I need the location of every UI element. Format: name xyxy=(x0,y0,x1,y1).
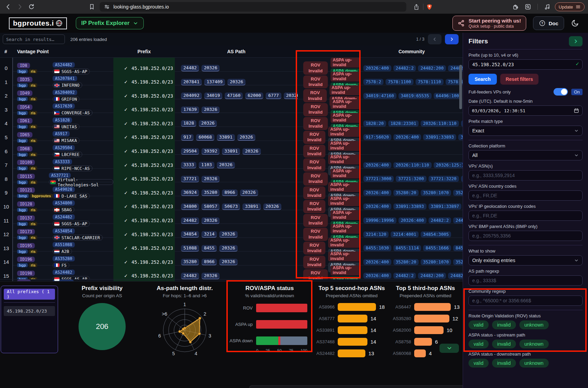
table-row[interactable]: 6 ID68 bgpris AS29504 LBCFREE ✓45.198.25… xyxy=(0,141,463,155)
platform-select[interactable]: All xyxy=(468,150,583,160)
update-button[interactable]: Update xyxy=(555,2,585,11)
as-path-hop[interactable]: 20326 xyxy=(201,106,220,113)
back-icon[interactable] xyxy=(3,2,13,12)
as-path-hop[interactable]: 8966 xyxy=(222,189,237,196)
as-path-hop[interactable]: 29504 xyxy=(181,148,199,155)
as-path-hop[interactable]: 1103 xyxy=(199,162,214,168)
as-path-hop[interactable]: 17639 xyxy=(181,106,199,113)
aspa-down-invalid-pill[interactable]: invalid xyxy=(492,359,516,368)
vps-geo-input[interactable] xyxy=(468,211,583,221)
as-path-hop[interactable]: 137409 xyxy=(204,79,225,85)
refresh-icon[interactable] xyxy=(27,2,36,12)
table-row[interactable]: 15 ID198 bgpris AS24482 SGGS-AS-AP ✓45.1… xyxy=(0,265,463,279)
bookmark-icon[interactable] xyxy=(87,2,97,12)
as-path-hop[interactable]: 34019 xyxy=(204,92,222,99)
as-path-hop[interactable]: 35280 xyxy=(181,259,199,265)
as-path-hop[interactable]: 20326 xyxy=(242,148,261,155)
aspath-regexp-input[interactable] xyxy=(468,275,583,286)
table-row[interactable]: 12 ID173 bgpris AS34854 STACLAR-CARRIER … xyxy=(0,224,463,238)
as-path-hop[interactable]: 58057 xyxy=(201,203,220,210)
rov-unknown-pill[interactable]: unknown xyxy=(519,320,549,329)
table-row[interactable]: 5 ID65 bgpris AS917 MISAKA ✓45.198.252.0… xyxy=(0,127,463,141)
as-path-hop[interactable]: 20326 xyxy=(219,231,237,238)
as-path-hop[interactable]: 207841 xyxy=(181,79,202,85)
vp-asn-badge[interactable]: AS17639 xyxy=(53,103,75,109)
as-path-hop[interactable]: 20326 xyxy=(201,176,220,182)
scroll-down-button[interactable] xyxy=(439,344,459,353)
search-tabs-icon[interactable] xyxy=(523,2,533,12)
collapse-filters-button[interactable] xyxy=(569,36,583,46)
as-path-hop[interactable]: 8455 xyxy=(201,245,217,252)
as-path-hop[interactable]: 50673 xyxy=(222,203,240,210)
prefix-filter-field[interactable]: ✓ xyxy=(468,59,583,70)
as-path-hop[interactable]: 20326 xyxy=(237,134,255,141)
table-row[interactable]: 8 ID115 bgpris AS37721 Virtual-Technolog… xyxy=(0,168,463,182)
table-row[interactable]: 3 ID54 bgpris AS17639 CONVERGE-AS ✓45.19… xyxy=(0,99,463,113)
match-type-select[interactable]: Exact xyxy=(468,126,583,136)
vp-asn-badge[interactable]: AS24482 xyxy=(53,214,75,220)
as-path-hop[interactable]: 20326 xyxy=(284,92,298,99)
table-row[interactable]: 1 ID35 bgpris AS207841 INFERNO ✓45.198.2… xyxy=(0,71,463,85)
vp-asn-badge[interactable]: AS29504 xyxy=(53,145,75,150)
as-path-hop[interactable]: 20326 xyxy=(240,189,258,196)
what-to-show-select[interactable]: Only existing entries xyxy=(468,255,583,265)
vp-asn-badge[interactable]: AS34854 xyxy=(53,228,75,234)
table-row[interactable]: 11 ID137 bgpris AS24482 SGGS-AS-AP ✓45.1… xyxy=(0,210,463,224)
logo[interactable]: bgproutes.i xyxy=(9,17,67,29)
extensions-icon[interactable] xyxy=(511,2,520,12)
forward-icon[interactable] xyxy=(15,2,25,12)
url-bar[interactable]: looking-glass.bgproutes.io xyxy=(100,2,406,12)
doc-button[interactable]: ? Doc xyxy=(533,16,564,30)
table-row[interactable]: 14 ID196 bgpris AS35280 F5 ✓45.198.252.0… xyxy=(0,251,463,265)
next-page-button[interactable] xyxy=(445,34,459,44)
as-path-hop[interactable]: 51088 xyxy=(181,245,199,252)
as-path-hop[interactable]: 33891 xyxy=(222,148,240,155)
aspa-up-unknown-pill[interactable]: unknown xyxy=(519,340,549,348)
as-path-hop[interactable]: 917 xyxy=(181,134,194,141)
vp-asn-badge[interactable]: AS3333 xyxy=(53,159,72,164)
table-row[interactable]: 7 ID109 bgpris AS3333 RIPE-NCC-AS ✓45.19… xyxy=(0,154,463,168)
as-path-hop[interactable]: 37721 xyxy=(181,176,199,182)
rov-invalid-pill[interactable]: invalid xyxy=(492,320,516,329)
brave-shield-icon[interactable] xyxy=(424,2,434,12)
media-icon[interactable] xyxy=(543,2,552,12)
as-path-hop[interactable]: 20326 xyxy=(201,217,220,224)
as-path-hop[interactable]: 20326 xyxy=(219,259,237,265)
as-path-hop[interactable]: 6777 xyxy=(266,92,281,99)
as-path-hop[interactable]: 20326 xyxy=(263,203,281,210)
vp-asn-badge[interactable]: AS49028 xyxy=(53,187,75,192)
aspa-up-invalid-pill[interactable]: invalid xyxy=(492,340,516,348)
vp-asn-badge[interactable]: AS35280 xyxy=(53,256,75,261)
as-path-hop[interactable]: 3214 xyxy=(201,231,217,238)
table-row[interactable]: 10 ID128 bgpris AS34800 SBAG ✓45.198.252… xyxy=(0,196,463,210)
as-path-hop[interactable]: 47160 xyxy=(225,92,243,99)
as-path-hop[interactable]: 20326 xyxy=(201,65,220,71)
prefix-filter-input[interactable] xyxy=(468,59,583,70)
vp-asn-badge[interactable]: AS917 xyxy=(53,131,70,136)
rov-valid-pill[interactable]: valid xyxy=(468,320,489,329)
as-path-hop[interactable]: 20326 xyxy=(219,245,237,252)
search-button[interactable]: Search xyxy=(468,74,497,85)
vp-asn-badge[interactable]: AS34800 xyxy=(53,200,75,206)
as-path-hop[interactable]: 39392 xyxy=(201,148,220,155)
table-row[interactable]: 2 ID49 bgpris AS204092 GRIFON ✓45.198.25… xyxy=(0,85,463,99)
as-path-hop[interactable]: 33891 xyxy=(217,134,235,141)
as-path-hop[interactable]: 60068 xyxy=(196,134,214,141)
search-input[interactable] xyxy=(3,34,65,44)
share-icon[interactable] xyxy=(411,2,421,12)
aspa-up-valid-pill[interactable]: valid xyxy=(468,340,489,348)
as-path-hop[interactable]: 35280 xyxy=(201,189,220,196)
reset-filters-button[interactable]: Reset filters xyxy=(500,74,538,85)
as-path-hop[interactable]: 8966 xyxy=(201,259,217,265)
as-path-hop[interactable]: 24482 xyxy=(181,65,199,71)
community-regexp-input[interactable] xyxy=(468,296,583,306)
as-path-hop[interactable]: 204092 xyxy=(181,92,202,99)
as-path-hop[interactable]: 34800 xyxy=(181,203,199,210)
prefix-list-item[interactable]: 45.198.252.0/23 xyxy=(4,306,55,316)
table-scrollbar[interactable] xyxy=(459,65,462,109)
aspa-down-valid-pill[interactable]: valid xyxy=(468,359,489,368)
table-row[interactable]: 13 ID195 bgpris AS51088 A2B ✓45.198.252.… xyxy=(0,238,463,252)
as-path-hop[interactable]: 1828 xyxy=(181,120,196,127)
site-settings-icon[interactable] xyxy=(104,4,110,10)
date-input[interactable]: 03/03/2026, 12:30:51 xyxy=(468,105,583,116)
